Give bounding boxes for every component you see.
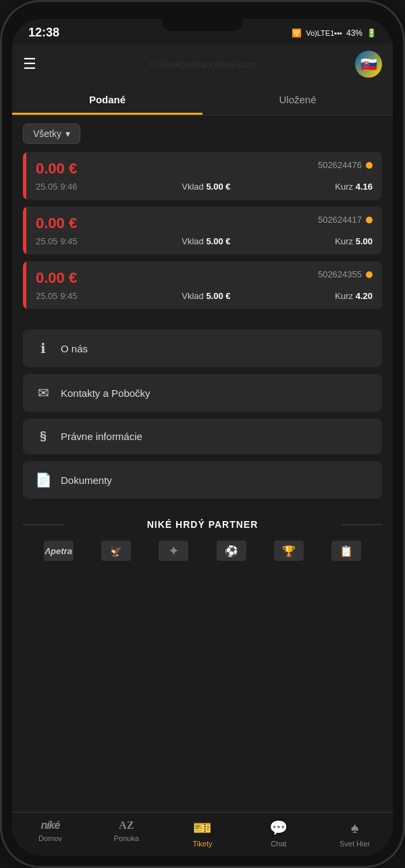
logo-icon-4: ⚽ (217, 541, 246, 561)
menu-label-kontakty: Kontakty a Pobočky (61, 387, 151, 399)
logo-icon-5: 🏆 (274, 541, 304, 561)
logo-icon-6: 📋 (331, 541, 361, 561)
ticket-status-dot (366, 271, 373, 278)
country-flag-avatar[interactable]: 🇸🇰 (355, 51, 382, 78)
partner-logo-petra: Λpetra (44, 541, 74, 561)
status-icons: 🛜 Vo)LTE1▪▪▪ 43% 🔋 (292, 28, 377, 38)
nav-item-tikety[interactable]: 🎫 Tikety (165, 813, 241, 850)
ticket-top: 0.00 € 502624417 (36, 215, 373, 232)
partner-logo-5: 🏆 (274, 541, 304, 561)
ticket-amount: 0.00 € (36, 269, 77, 287)
menu-item-o-nas[interactable]: ℹ O nás (23, 329, 382, 367)
bottom-spacer (12, 568, 393, 588)
ticket-card[interactable]: 0.00 € 502624355 25.05 9:45 Vklad 5.00 € (23, 261, 382, 309)
tab-podane[interactable]: Podané (12, 84, 202, 115)
petra-logo-icon: Λpetra (44, 541, 74, 561)
ticket-date: 25.05 9:45 (36, 236, 77, 246)
ticket-id-row: 502624417 (318, 215, 373, 225)
ticket-kurz: Kurz 4.20 (335, 291, 373, 301)
tickets-section: 0.00 € 502624476 25.05 9:46 Vklad 5.00 € (12, 152, 393, 309)
nike-logo-icon: niké (40, 819, 59, 832)
legal-icon: § (35, 429, 51, 443)
ticket-card[interactable]: 0.00 € 502624476 25.05 9:46 Vklad 5.00 € (23, 152, 382, 200)
ticket-id: 502624417 (318, 215, 362, 225)
nav-item-ponuka[interactable]: AZ Ponuka (88, 813, 165, 850)
ticket-bottom: 25.05 9:45 Vklad 5.00 € Kurz 4.20 (36, 291, 373, 301)
phone-frame: 12:38 🛜 Vo)LTE1▪▪▪ 43% 🔋 ☰ © StavkoveKan… (0, 0, 405, 868)
nav-label-domov: Domov (38, 834, 62, 842)
status-time: 12:38 (28, 26, 59, 40)
ticket-body: 0.00 € 502624355 25.05 9:45 Vklad 5.00 € (26, 261, 382, 309)
logo-icon-2: 🦅 (101, 541, 131, 561)
nav-item-domov[interactable]: niké Domov (12, 813, 88, 850)
ticket-vklad: Vklad 5.00 € (182, 291, 230, 301)
nav-label-ponuka: Ponuka (114, 834, 139, 842)
chat-icon: 💬 (269, 819, 288, 837)
ticket-kurz: Kurz 5.00 (335, 236, 373, 246)
nav-label-svet-hier: Svet Hier (340, 840, 370, 848)
content-area: Všetky ▾ 0.00 € 502624476 (12, 115, 393, 812)
menu-item-pravne[interactable]: § Právne informácie (23, 418, 382, 454)
chevron-down-icon: ▾ (65, 128, 70, 139)
ticket-id-row: 502624476 (318, 160, 373, 170)
menu-label-dokumenty: Dokumenty (61, 474, 112, 486)
ticket-id: 502624476 (318, 160, 362, 170)
filter-button[interactable]: Všetky ▾ (23, 124, 80, 144)
partner-title: NIKÉ HRDÝ PARTNER (23, 519, 382, 530)
signal-bars: Vo)LTE1▪▪▪ (306, 29, 342, 37)
ticket-bottom: 25.05 9:45 Vklad 5.00 € Kurz 5.00 (36, 236, 373, 246)
nav-item-svet-hier[interactable]: ♠ Svet Hier (317, 813, 393, 850)
ticket-vklad: Vklad 5.00 € (182, 236, 230, 246)
spade-icon: ♠ (351, 819, 359, 837)
document-icon: 📄 (35, 472, 51, 488)
screen: 12:38 🛜 Vo)LTE1▪▪▪ 43% 🔋 ☰ © StavkoveKan… (12, 19, 393, 856)
ticket-id: 502624355 (318, 269, 362, 279)
wifi-icon: 🛜 (292, 28, 302, 38)
menu-label-pravne: Právne informácie (61, 431, 142, 442)
nav-label-chat: Chat (271, 840, 286, 848)
nav-item-chat[interactable]: 💬 Chat (240, 813, 317, 850)
header-watermark: © StavkoveKancelarie.com (150, 59, 255, 70)
tab-bar: Podané Uložené (12, 84, 393, 115)
menu-item-kontakty[interactable]: ✉ Kontakty a Pobočky (23, 374, 382, 412)
ticket-body: 0.00 € 502624476 25.05 9:46 Vklad 5.00 € (26, 152, 382, 200)
ticket-card[interactable]: 0.00 € 502624417 25.05 9:45 Vklad 5.00 € (23, 207, 382, 254)
tab-ulozene[interactable]: Uložené (202, 84, 393, 115)
ticket-top: 0.00 € 502624355 (36, 269, 373, 287)
ticket-vklad: Vklad 5.00 € (182, 182, 230, 192)
battery-level: 43% (346, 28, 362, 38)
ticket-status-dot (366, 162, 373, 169)
ticket-date: 25.05 9:45 (36, 291, 77, 301)
hamburger-menu[interactable]: ☰ (23, 55, 36, 73)
az-icon: AZ (119, 819, 134, 832)
ticket-amount: 0.00 € (36, 215, 77, 232)
partner-logo-3: ✦ (159, 541, 188, 561)
nav-label-tikety: Tikety (193, 840, 213, 848)
ticket-icon: 🎫 (193, 819, 211, 837)
partner-section: NIKÉ HRDÝ PARTNER Λpetra 🦅 ✦ ⚽ (12, 506, 393, 568)
partner-logo-4: ⚽ (217, 541, 246, 561)
flag-emoji: 🇸🇰 (360, 56, 377, 72)
menu-item-dokumenty[interactable]: 📄 Dokumenty (23, 461, 382, 499)
mail-icon: ✉ (35, 385, 51, 401)
ticket-body: 0.00 € 502624417 25.05 9:45 Vklad 5.00 € (26, 207, 382, 254)
logo-icon-3: ✦ (159, 541, 188, 561)
ticket-amount: 0.00 € (36, 160, 77, 178)
menu-section: ℹ O nás ✉ Kontakty a Pobočky § Právne in… (12, 329, 393, 499)
battery-icon: 🔋 (367, 28, 377, 38)
ticket-bottom: 25.05 9:46 Vklad 5.00 € Kurz 4.16 (36, 182, 373, 192)
ticket-id-row: 502624355 (318, 269, 373, 279)
notch (162, 19, 243, 31)
menu-label-o-nas: O nás (61, 343, 88, 354)
info-icon: ℹ (35, 340, 51, 356)
ticket-kurz: Kurz 4.16 (335, 182, 373, 192)
partner-logo-2: 🦅 (101, 541, 131, 561)
filter-bar: Všetky ▾ (12, 115, 393, 152)
spacer (12, 316, 393, 329)
filter-label: Všetky (33, 128, 61, 139)
ticket-date: 25.05 9:46 (36, 182, 77, 192)
ticket-status-dot (366, 217, 373, 223)
partner-logo-6: 📋 (331, 541, 361, 561)
ticket-top: 0.00 € 502624476 (36, 160, 373, 178)
header: ☰ © StavkoveKancelarie.com 🇸🇰 (12, 44, 393, 84)
